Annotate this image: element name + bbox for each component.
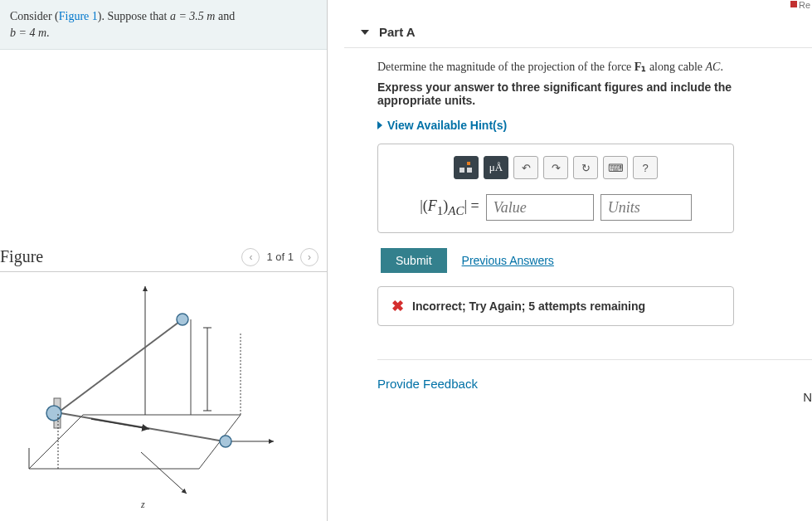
svg-point-10 — [177, 314, 188, 325]
figure-next-button[interactable]: › — [300, 248, 318, 266]
svg-point-12 — [46, 406, 61, 421]
prompt-a: a = 3.5 m — [170, 10, 216, 22]
figure-title: Figure — [0, 247, 43, 266]
q-mid: along cable — [646, 61, 705, 73]
equation-row: |(F1)AC| = — [390, 194, 722, 221]
svg-rect-19 — [467, 162, 470, 165]
figure-header: Figure ‹ 1 of 1 › — [0, 247, 327, 272]
figure-counter: 1 of 1 — [266, 251, 294, 263]
template-button[interactable] — [454, 156, 479, 179]
caret-down-icon — [361, 30, 369, 35]
svg-line-5 — [141, 452, 187, 494]
right-panel: Part A Determine the magnitude of the pr… — [328, 0, 812, 521]
figure-diagram: z C b F₂ = 40 N F₁ = 70 N θ A B y x 2 m … — [8, 282, 290, 498]
prompt-and: and — [215, 10, 235, 22]
submit-row: Submit Previous Answers — [381, 248, 795, 273]
q-pre: Determine the magnitude of the projectio… — [377, 61, 635, 73]
part-header[interactable]: Part A — [344, 0, 812, 48]
svg-point-11 — [220, 436, 231, 447]
prompt-post: ). Suppose that — [98, 10, 170, 22]
value-input[interactable] — [486, 194, 594, 221]
prompt-b: b = 4 m — [10, 27, 46, 39]
help-button[interactable]: ? — [633, 156, 658, 179]
svg-line-7 — [61, 319, 182, 411]
answer-box: μÅ ↶ ↷ ↻ ⌨ ? |(F1)AC| = — [377, 144, 734, 233]
svg-rect-20 — [467, 168, 472, 173]
caret-right-icon — [377, 121, 382, 129]
part-body: Determine the magnitude of the projectio… — [344, 48, 812, 391]
equation-label: |(F1)AC| = — [420, 197, 479, 218]
provide-feedback-link[interactable]: Provide Feedback — [377, 359, 812, 391]
undo-button[interactable]: ↶ — [513, 156, 538, 179]
prompt-end: . — [46, 27, 50, 39]
q-cable: AC — [706, 61, 721, 73]
problem-prompt: Consider (Figure 1). Suppose that a = 3.… — [0, 0, 327, 50]
template-icon — [459, 162, 473, 173]
hints-label: View Available Hint(s) — [387, 119, 507, 132]
diagram-svg — [8, 282, 290, 498]
hints-toggle[interactable]: View Available Hint(s) — [377, 119, 795, 132]
previous-answers-link[interactable]: Previous Answers — [462, 254, 554, 267]
keyboard-button[interactable]: ⌨ — [603, 156, 628, 179]
svg-rect-18 — [459, 168, 464, 173]
axis-z-label: z — [141, 499, 145, 511]
q-force: F₁ — [635, 61, 647, 73]
prompt-pre: Consider ( — [10, 10, 59, 22]
q-end: . — [720, 61, 723, 73]
part-title: Part A — [379, 25, 416, 39]
svg-line-9 — [91, 419, 149, 429]
redo-button[interactable]: ↷ — [543, 156, 568, 179]
question-text: Determine the magnitude of the projectio… — [377, 60, 795, 74]
symbols-button[interactable]: μÅ — [484, 156, 508, 179]
instruction-text: Express your answer to three significant… — [377, 80, 795, 107]
answer-toolbar: μÅ ↶ ↷ ↻ ⌨ ? — [390, 156, 722, 179]
figure-prev-button[interactable]: ‹ — [241, 248, 260, 266]
feedback-text: Incorrect; Try Again; 5 attempts remaini… — [412, 299, 645, 313]
left-panel: Consider (Figure 1). Suppose that a = 3.… — [0, 0, 328, 521]
reset-button[interactable]: ↻ — [573, 156, 598, 179]
figure-nav: ‹ 1 of 1 › — [241, 248, 318, 266]
incorrect-icon: ✖ — [391, 297, 404, 315]
figure-link[interactable]: Figure 1 — [59, 10, 98, 22]
feedback-box: ✖ Incorrect; Try Again; 5 attempts remai… — [377, 286, 734, 326]
units-input[interactable] — [600, 194, 692, 221]
submit-button[interactable]: Submit — [381, 248, 447, 273]
next-fragment: N — [803, 390, 812, 404]
